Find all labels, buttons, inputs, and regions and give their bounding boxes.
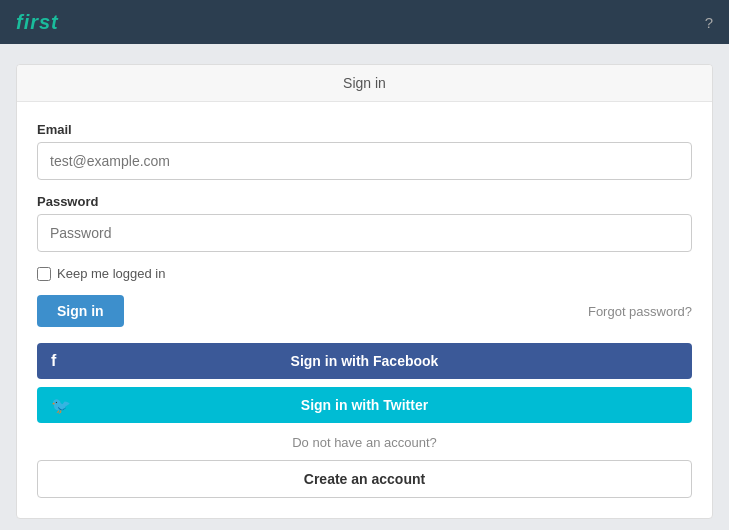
password-label: Password [37,194,692,209]
password-group: Password [37,194,692,252]
create-account-button[interactable]: Create an account [37,460,692,498]
no-account-text: Do not have an account? [37,435,692,450]
footer: © first 2013, Mobile first web app frame… [181,519,548,530]
signin-row: Sign in Forgot password? [37,295,692,327]
email-label: Email [37,122,692,137]
facebook-icon: f [51,352,56,370]
card-header: Sign in [17,65,712,102]
email-input[interactable] [37,142,692,180]
twitter-signin-label: Sign in with Twitter [53,397,676,413]
password-input[interactable] [37,214,692,252]
signin-button[interactable]: Sign in [37,295,124,327]
keep-logged-in-checkbox[interactable] [37,267,51,281]
email-group: Email [37,122,692,180]
help-icon[interactable]: ? [705,14,713,31]
signin-card: Sign in Email Password Keep me logged in… [16,64,713,519]
card-title: Sign in [343,75,386,91]
forgot-password-link[interactable]: Forgot password? [588,304,692,319]
card-body: Email Password Keep me logged in Sign in… [17,102,712,518]
twitter-signin-button[interactable]: 🐦 Sign in with Twitter [37,387,692,423]
main-content: Sign in Email Password Keep me logged in… [0,44,729,530]
brand-logo: first [16,11,59,34]
facebook-signin-label: Sign in with Facebook [53,353,676,369]
keep-logged-in-label: Keep me logged in [57,266,165,281]
facebook-signin-button[interactable]: f Sign in with Facebook [37,343,692,379]
keep-logged-in-row: Keep me logged in [37,266,692,281]
navbar: first ? [0,0,729,44]
twitter-icon: 🐦 [51,396,71,415]
